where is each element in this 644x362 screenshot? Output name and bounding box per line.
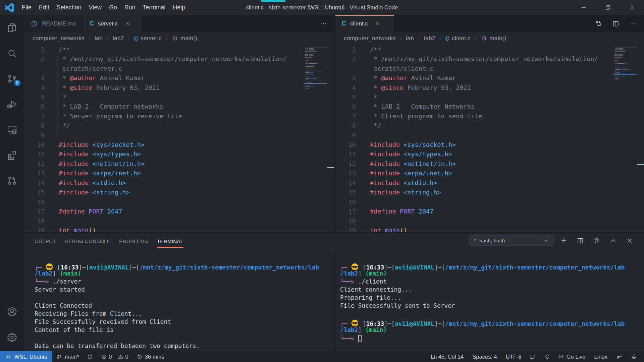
activity-accounts[interactable] <box>0 300 24 326</box>
panel-tab-debug-console[interactable]: DEBUG CONSOLE <box>65 233 110 252</box>
breadcrumb-separator <box>164 36 169 41</box>
panel-add-button[interactable] <box>560 237 568 244</box>
panel-header: OUTPUTDEBUG CONSOLEPROBLEMSTERMINAL 1: b… <box>24 233 644 252</box>
symbol-method-icon <box>172 36 178 42</box>
editor-actions <box>595 15 644 32</box>
window-minimize-button[interactable] <box>572 0 596 15</box>
activity-manage[interactable] <box>0 326 24 351</box>
breadcrumb-lab2[interactable]: lab2 <box>424 35 435 42</box>
split-editor-button[interactable] <box>612 20 620 27</box>
window-close-button[interactable] <box>620 0 644 15</box>
panel-close-button[interactable] <box>626 237 633 244</box>
tab-readme-md[interactable]: README.md <box>24 15 83 32</box>
breadcrumb-lab2[interactable]: lab2 <box>113 35 124 42</box>
chevron-right-icon <box>164 36 169 41</box>
panel-split-pane-button[interactable] <box>577 237 584 244</box>
activity-search[interactable] <box>0 41 24 66</box>
status-encoding[interactable]: UTF-8 <box>501 351 526 362</box>
line-number: 19 <box>335 226 356 232</box>
terminal-picker-dropdown[interactable]: 1: bash, bash <box>469 235 553 246</box>
extensions-icon <box>6 149 18 161</box>
minimap-right[interactable] <box>613 47 637 81</box>
close-icon <box>375 21 380 26</box>
code-line: 4 * @since February 03, 2021 <box>24 83 334 93</box>
activity-explorer[interactable] <box>0 15 24 41</box>
open-changes-button[interactable] <box>595 20 602 27</box>
status-language-mode[interactable]: C <box>541 351 554 362</box>
breadcrumb-main[interactable]: main() <box>481 35 506 42</box>
titlebar: FileEditSelectionViewGoRunTerminalHelp c… <box>0 0 644 15</box>
menu-view[interactable]: View <box>85 0 105 15</box>
code-line: 17#define PORT 2047 <box>24 207 334 216</box>
tab-close-button[interactable] <box>375 21 380 26</box>
activity-source-control[interactable]: 5 <box>0 66 24 92</box>
tab-close-button[interactable] <box>125 21 130 26</box>
tab-client-c[interactable]: Cclient.c <box>335 15 394 32</box>
breadcrumb-computer-networks[interactable]: computer_networks <box>33 35 85 42</box>
terminal-line: File Successfully sent to Server <box>340 302 644 310</box>
status-eol[interactable]: LF <box>526 351 541 362</box>
panel-tab-problems[interactable]: PROBLEMS <box>119 233 148 252</box>
terminal-line: Server started <box>35 286 334 294</box>
manage-icon <box>6 331 18 343</box>
menu-help[interactable]: Help <box>169 0 189 15</box>
activity-run-and-debug[interactable] <box>0 92 24 117</box>
breadcrumb-separator <box>398 36 404 41</box>
editor-group-left: README.mdCserver.ccomputer_networkslabla… <box>24 15 334 232</box>
code-editor-left[interactable]: 1/**2 * /mnt/z/my_git/sixth-semester/com… <box>24 45 334 232</box>
editor-actions <box>320 15 334 32</box>
code-line: 8 */ <box>24 121 334 130</box>
status-problems[interactable]: 00 <box>97 351 132 362</box>
status-go-live[interactable]: Go Live <box>554 351 590 362</box>
breadcrumb-computer-networks[interactable]: computer_networks <box>344 35 396 42</box>
activity-remote-explorer[interactable] <box>0 117 24 142</box>
panel-tab-output[interactable]: OUTPUT <box>35 233 56 252</box>
menu-selection[interactable]: Selection <box>53 0 85 15</box>
code-editor-right[interactable]: 1/**2 * /mnt/z/my_git/sixth-semester/com… <box>335 45 644 232</box>
minimap-left[interactable] <box>304 47 327 89</box>
ellipsis-button[interactable] <box>320 20 327 27</box>
code-line: scratch/client.c <box>335 64 644 73</box>
status-sync[interactable] <box>83 351 97 362</box>
terminal-pane-server[interactable]: ┌─ [16:33]─[avii@AVINAL]─[/mnt/z/my_git/… <box>24 252 334 351</box>
status-label: Spaces: 4 <box>472 354 497 360</box>
ellipsis-button[interactable] <box>629 20 637 27</box>
activity-spacer <box>0 193 24 300</box>
breadcrumb-main[interactable]: main() <box>172 35 198 42</box>
tab-server-c[interactable]: Cserver.c <box>83 15 142 32</box>
panel-trash-button[interactable] <box>593 237 600 244</box>
breadcrumb-separator <box>438 36 443 41</box>
menu-terminal[interactable]: Terminal <box>139 0 169 15</box>
panel-tab-terminal[interactable]: TERMINAL <box>157 233 183 252</box>
status-branch[interactable]: main* <box>52 351 83 362</box>
breadcrumb-server-c[interactable]: Cserver.c <box>134 35 162 42</box>
breadcrumb-client-c[interactable]: Cclient.c <box>445 35 471 42</box>
status-cursor-position[interactable]: Ln 45, Col 14 <box>426 351 468 362</box>
line-number: 8 <box>335 121 356 130</box>
line-number <box>24 64 45 73</box>
code-line: 19int main() <box>335 226 644 232</box>
status-notifications[interactable] <box>627 351 641 362</box>
breadcrumb-lab[interactable]: lab <box>406 35 414 42</box>
window-restore-button[interactable] <box>596 0 620 15</box>
split-editor-icon <box>612 20 620 27</box>
add-icon <box>560 237 568 244</box>
breadcrumb-lab[interactable]: lab <box>95 35 103 42</box>
search-icon <box>6 48 18 59</box>
status-remote-indicator[interactable]: WSL: Ubuntu <box>0 351 52 362</box>
panel-chevron-up-button[interactable] <box>609 237 617 244</box>
terminal-pane-client[interactable]: ┌─ [16:33]─[avii@AVINAL]─[/mnt/z/my_git/… <box>335 252 644 351</box>
terminal-line: ┌─ [16:33]─[avii@AVINAL]─[/mnt/z/my_git/… <box>35 261 334 269</box>
breadcrumb-label: main() <box>489 35 506 42</box>
status-indentation[interactable]: Spaces: 4 <box>468 351 501 362</box>
status-time-tracker[interactable]: 36 mins <box>132 351 168 362</box>
status-feedback[interactable] <box>612 351 627 362</box>
menu-file[interactable]: File <box>18 0 35 15</box>
activity-github-pull-requests[interactable] <box>0 168 24 193</box>
status-linux[interactable]: Linux <box>590 351 612 362</box>
activity-extensions[interactable] <box>0 142 24 168</box>
menu-go[interactable]: Go <box>105 0 121 15</box>
menu-edit[interactable]: Edit <box>35 0 53 15</box>
menu-run[interactable]: Run <box>121 0 139 15</box>
main-area: README.mdCserver.ccomputer_networkslabla… <box>24 15 644 351</box>
